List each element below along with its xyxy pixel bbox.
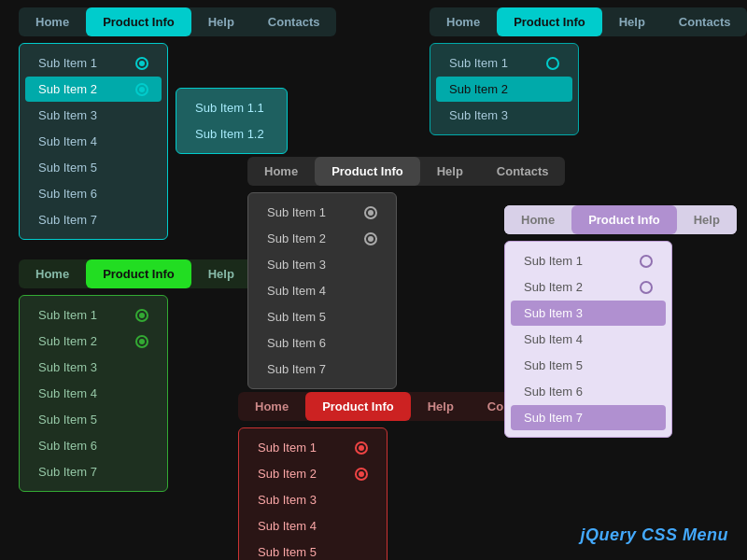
radio-icon: [640, 255, 653, 268]
sub-dropdown: Sub Item 1.1 Sub Item 1.2: [176, 88, 288, 154]
menu-darkgray-mid: Home Product Info Help Contacts Sub Item…: [247, 157, 565, 186]
menu-purple-right: Home Product Info Help Sub Item 1 Sub It…: [504, 205, 737, 234]
list-item[interactable]: Sub Item 2: [25, 329, 162, 354]
menu-item-home[interactable]: Home: [504, 205, 571, 234]
menu-item-help[interactable]: Help: [411, 392, 471, 421]
dropdown: Sub Item 1 Sub Item 2 Sub Item 3 Sub Ite…: [19, 295, 168, 492]
list-item[interactable]: Sub Item 4: [254, 278, 390, 303]
list-item[interactable]: Sub Item 7: [25, 207, 162, 232]
list-item[interactable]: Sub Item 5: [25, 407, 162, 432]
menu-item-productinfo[interactable]: Product Info: [86, 259, 191, 288]
list-item[interactable]: Sub Item 6: [25, 181, 162, 206]
list-item[interactable]: Sub Item 1: [511, 248, 666, 273]
menu-teal-topright: Home Product Info Help Contacts Sub Item…: [430, 7, 747, 36]
menu-bar: Home Product Info Help Contacts: [19, 7, 336, 36]
radio-icon: [135, 309, 148, 322]
list-item[interactable]: Sub Item 2: [436, 77, 572, 102]
list-item[interactable]: Sub Item 6: [25, 433, 162, 458]
list-item[interactable]: Sub Item 3: [511, 301, 666, 326]
radio-icon: [364, 206, 377, 219]
list-item[interactable]: Sub Item 4: [25, 129, 162, 154]
menu-item-home[interactable]: Home: [247, 157, 315, 186]
radio-icon: [135, 57, 148, 70]
list-item[interactable]: Sub Item 1: [25, 302, 162, 328]
list-item[interactable]: Sub Item 3: [254, 252, 390, 277]
menu-item-help[interactable]: Help: [677, 205, 737, 234]
list-item[interactable]: Sub Item 7: [511, 405, 666, 430]
list-item[interactable]: Sub Item 2: [254, 226, 390, 251]
list-item[interactable]: Sub Item 3: [245, 487, 381, 512]
dropdown: Sub Item 1 Sub Item 2 Sub Item 3: [430, 43, 579, 135]
menu-bar: Home Product Info Help Contacts: [247, 157, 565, 186]
list-item[interactable]: Sub Item 4: [245, 513, 381, 539]
list-item[interactable]: Sub Item 7: [25, 459, 162, 484]
list-item[interactable]: Sub Item 2: [511, 274, 666, 300]
dropdown: Sub Item 1 Sub Item 2 Sub Item 3 Sub Ite…: [504, 241, 672, 438]
menu-item-help[interactable]: Help: [420, 157, 480, 186]
dropdown: Sub Item 1 Sub Item 2 Sub Item 3 Sub Ite…: [247, 192, 397, 389]
menu-item-help[interactable]: Help: [602, 7, 662, 36]
brand-label: jQuery CSS Menu: [580, 525, 728, 545]
list-item[interactable]: Sub Item 3: [25, 103, 162, 128]
menu-item-productinfo[interactable]: Product Info: [497, 7, 602, 36]
radio-icon: [355, 441, 368, 455]
list-item[interactable]: Sub Item 3: [436, 103, 572, 128]
list-item[interactable]: Sub Item 3: [25, 355, 162, 380]
menu-bar: Home Product Info Help: [504, 205, 737, 234]
menu-item-productinfo[interactable]: Product Info: [315, 157, 420, 186]
menu-item-productinfo[interactable]: Product Info: [305, 392, 411, 421]
dropdown: Sub Item 1 Sub Item 2 Sub Item 3 Sub Ite…: [238, 427, 388, 560]
radio-icon: [364, 232, 377, 245]
list-item[interactable]: Sub Item 6: [254, 330, 390, 356]
menu-item-contacts[interactable]: Contacts: [480, 157, 566, 186]
menu-item-contacts[interactable]: Contacts: [662, 7, 747, 36]
list-item[interactable]: Sub Item 5: [25, 155, 162, 180]
list-item[interactable]: Sub Item 1: [245, 435, 381, 460]
menu-item-productinfo[interactable]: Product Info: [86, 7, 191, 36]
list-item[interactable]: Sub Item 5: [511, 353, 666, 378]
menu-item-home[interactable]: Home: [238, 392, 305, 421]
list-item[interactable]: Sub Item 6: [511, 379, 666, 404]
list-item[interactable]: Sub Item 4: [25, 381, 162, 406]
list-item[interactable]: Sub Item 1: [254, 200, 390, 225]
menu-item-productinfo[interactable]: Product Info: [571, 205, 677, 234]
list-item[interactable]: Sub Item 7: [254, 357, 390, 382]
list-item[interactable]: Sub Item 1.2: [182, 121, 281, 147]
radio-icon: [135, 83, 148, 96]
list-item[interactable]: Sub Item 1.1: [182, 95, 281, 120]
radio-icon: [640, 281, 653, 294]
list-item[interactable]: Sub Item 4: [511, 327, 666, 352]
dropdown: Sub Item 1 Sub Item 2 Sub Item 3 Sub Ite…: [19, 43, 168, 240]
menu-item-help[interactable]: Help: [191, 259, 251, 288]
menu-bar: Home Product Info Help Contacts: [430, 7, 747, 36]
radio-icon: [135, 335, 148, 348]
menu-teal-topleft: Home Product Info Help Contacts Sub Item…: [19, 7, 336, 36]
radio-icon: [546, 57, 559, 70]
list-item[interactable]: Sub Item 2: [245, 461, 381, 486]
list-item[interactable]: Sub Item 5: [245, 539, 381, 560]
list-item[interactable]: Sub Item 1: [436, 50, 572, 76]
list-item[interactable]: Sub Item 1: [25, 50, 162, 76]
list-item[interactable]: Sub Item 5: [254, 304, 390, 329]
menu-item-home[interactable]: Home: [430, 7, 497, 36]
menu-item-help[interactable]: Help: [191, 7, 251, 36]
radio-icon: [355, 468, 368, 481]
menu-item-home[interactable]: Home: [19, 7, 86, 36]
menu-item-home[interactable]: Home: [19, 259, 86, 288]
menu-item-contacts[interactable]: Contacts: [251, 7, 337, 36]
list-item[interactable]: Sub Item 2: [25, 77, 162, 102]
